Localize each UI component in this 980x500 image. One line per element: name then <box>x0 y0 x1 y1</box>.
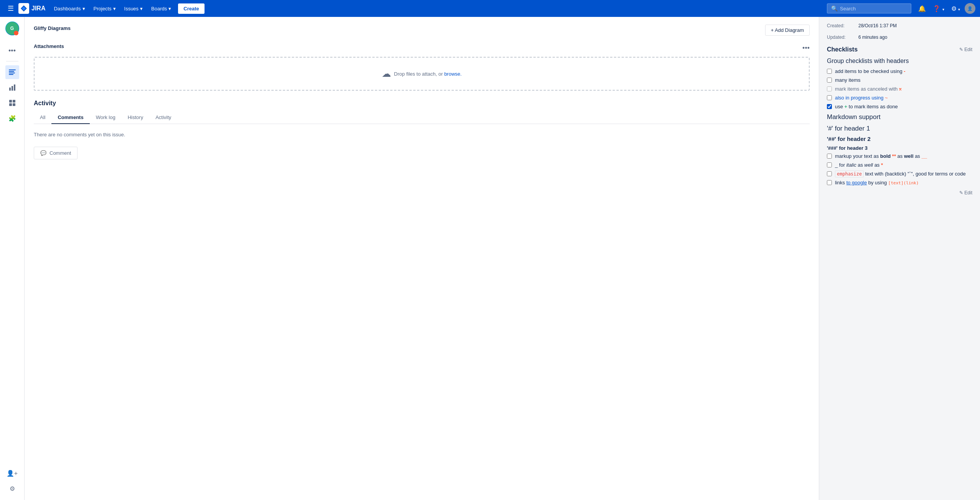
sidebar-item-settings[interactable]: ⚙ <box>5 482 19 495</box>
checklist-group-title: Group checklists with headers <box>827 58 972 65</box>
nav-icons: 🔔 ❓ ▾ ⚙ ▾ 👤 <box>916 3 975 14</box>
checklist-item-4: also in progress using ~ <box>827 95 972 101</box>
user-avatar[interactable]: 👤 <box>965 3 975 14</box>
settings-icon[interactable]: ⚙ ▾ <box>949 3 962 14</box>
upload-icon: ☁ <box>382 68 391 79</box>
search-icon: 🔍 <box>831 5 838 12</box>
browse-link[interactable]: browse. <box>444 71 462 77</box>
created-value: 28/Oct/16 1:37 PM <box>858 23 897 28</box>
tab-history[interactable]: History <box>122 111 149 124</box>
markup-checkbox-2[interactable] <box>827 162 832 167</box>
search-box[interactable]: 🔍 <box>827 3 911 13</box>
link-syntax: [text](link) <box>888 180 919 185</box>
svg-rect-5 <box>12 86 13 91</box>
sidebar-item-charts[interactable] <box>5 81 19 94</box>
help-icon[interactable]: ❓ ▾ <box>931 3 946 14</box>
meta-updated: Updated: 6 minutes ago <box>827 35 972 40</box>
plus-marker: + <box>845 104 848 109</box>
notification-badge <box>14 31 18 35</box>
activity-header: Activity <box>34 100 810 107</box>
right-panel: Created: 28/Oct/16 1:37 PM Updated: 6 mi… <box>819 17 980 500</box>
checklist-item-1-text: add items to be checked using - <box>835 68 906 74</box>
drop-zone[interactable]: ☁ Drop files to attach, or browse. <box>34 57 810 91</box>
italic-text: italic <box>846 162 856 168</box>
checkbox-1[interactable] <box>827 69 832 74</box>
meta-created: Created: 28/Oct/16 1:37 PM <box>827 23 972 28</box>
attachments-section: Attachments ••• ☁ Drop files to attach, … <box>34 43 810 91</box>
add-diagram-button[interactable]: + Add Diagram <box>765 25 810 36</box>
sidebar-item-search[interactable] <box>5 65 19 79</box>
x-marker: x <box>899 86 902 92</box>
markup-item-1-text: markup your text as bold ** as well as _… <box>835 153 927 159</box>
bottom-edit-row: ✎ Edit <box>827 190 972 195</box>
sidebar-bottom: 👤+ ⚙ <box>5 466 19 495</box>
checkbox-2[interactable] <box>827 78 832 83</box>
nav-menu: Dashboards ▾ Projects ▾ Issues ▾ Boards … <box>50 3 175 14</box>
nav-projects[interactable]: Projects ▾ <box>90 3 120 14</box>
svg-rect-7 <box>9 100 12 103</box>
jira-logo[interactable]: JIRA <box>18 3 45 14</box>
checklists-title: Checklists <box>827 46 858 53</box>
checklist-item-2: many items <box>827 77 972 83</box>
comment-icon: 💬 <box>40 150 46 156</box>
checklist-item-3: mark items as canceled with x <box>827 86 972 92</box>
hamburger-icon[interactable]: ☰ <box>5 3 17 14</box>
markup-checkbox-4[interactable] <box>827 180 832 185</box>
nav-boards[interactable]: Boards ▾ <box>147 3 175 14</box>
well-bold: well <box>904 153 914 159</box>
checklist-item-4-text: also in progress using ~ <box>835 95 888 101</box>
nav-dashboards[interactable]: Dashboards ▾ <box>50 3 89 14</box>
jira-logo-text: JIRA <box>31 5 45 12</box>
markup-item-1: markup your text as bold ** as well as _… <box>827 153 972 159</box>
edit-button-bottom[interactable]: ✎ Edit <box>959 190 972 195</box>
svg-rect-4 <box>9 88 11 91</box>
notification-icon[interactable]: 🔔 <box>916 3 928 14</box>
svg-rect-1 <box>9 71 14 72</box>
attachments-title: Attachments <box>34 43 64 49</box>
header1-text: '#' for header 1 <box>827 125 972 132</box>
left-sidebar: G ••• 🧩 👤+ ⚙ <box>0 17 25 500</box>
drop-text: Drop files to attach, or browse. <box>394 71 462 77</box>
create-button[interactable]: Create <box>178 3 204 14</box>
markdown-support-title: Markdown support <box>827 113 972 121</box>
edit-button-top[interactable]: ✎ Edit <box>959 47 972 52</box>
activity-section: Activity All Comments Work log History A… <box>34 100 810 159</box>
checklist-item-3-text: mark items as canceled with x <box>835 86 901 92</box>
star-marker: * <box>881 162 883 168</box>
checklist-item-1: add items to be checked using - <box>827 68 972 74</box>
svg-rect-10 <box>13 103 15 106</box>
top-nav: ☰ JIRA Dashboards ▾ Projects ▾ Issues ▾ … <box>0 0 980 17</box>
gliffy-title: Gliffy Diagrams <box>34 25 71 31</box>
markup-item-2-text: _ for italic as well as * <box>835 162 883 168</box>
checklists-header: Checklists ✎ Edit <box>827 46 972 53</box>
sidebar-item-board[interactable] <box>5 96 19 110</box>
sidebar-more-btn[interactable]: ••• <box>6 45 18 57</box>
no-comments-text: There are no comments yet on this issue. <box>34 130 810 139</box>
sidebar-divider <box>6 61 18 61</box>
checklist-item-2-text: many items <box>835 77 860 83</box>
search-input[interactable] <box>840 6 907 12</box>
attachments-menu-icon[interactable]: ••• <box>802 44 810 52</box>
tab-worklog[interactable]: Work log <box>90 111 122 124</box>
header3-text: '###' for header 3 <box>827 145 972 151</box>
sidebar-item-add-user[interactable]: 👤+ <box>5 466 19 480</box>
tab-activity[interactable]: Activity <box>149 111 177 124</box>
created-label: Created: <box>827 23 854 28</box>
google-link[interactable]: to google <box>846 180 867 185</box>
markup-checkbox-3[interactable] <box>827 171 832 176</box>
tab-all[interactable]: All <box>34 111 51 124</box>
checkbox-4[interactable] <box>827 95 832 100</box>
checklists-section: Checklists ✎ Edit Group checklists with … <box>827 46 972 195</box>
markup-item-2: _ for italic as well as * <box>827 162 972 168</box>
checkbox-5[interactable] <box>827 104 832 109</box>
markup-item-3-text: emphasize text with (backtick) "`", good… <box>835 171 966 177</box>
jira-logo-icon <box>18 3 29 14</box>
markup-checkbox-1[interactable] <box>827 154 832 159</box>
checkbox-3[interactable] <box>827 86 832 91</box>
markup-item-4-text: links to google by using [text](link) <box>835 180 919 185</box>
comment-button[interactable]: 💬 Comment <box>34 147 78 159</box>
svg-rect-8 <box>13 100 15 103</box>
nav-issues[interactable]: Issues ▾ <box>120 3 147 14</box>
tab-comments[interactable]: Comments <box>51 111 89 124</box>
sidebar-item-puzzle[interactable]: 🧩 <box>5 111 19 125</box>
